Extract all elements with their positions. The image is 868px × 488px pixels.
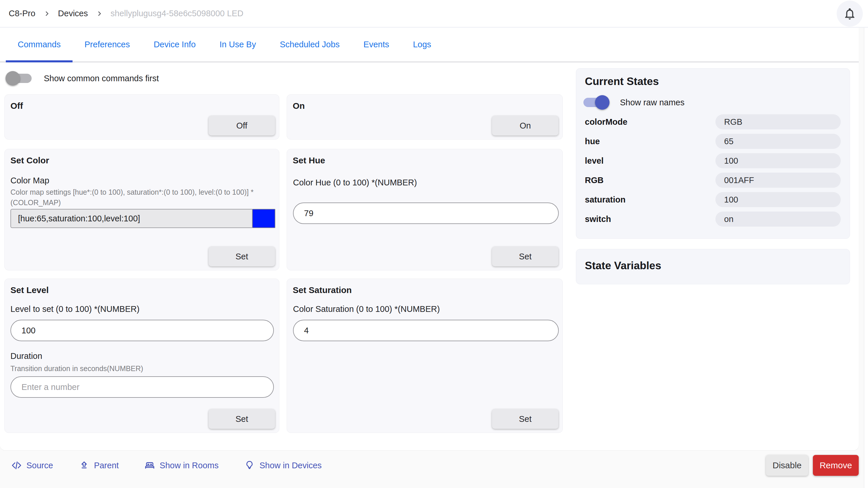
show-in-rooms-label: Show in Rooms [160,461,218,470]
parent-link[interactable]: Parent [79,460,119,471]
current-states-title: Current States [585,75,659,88]
state-value: 100 [715,192,841,207]
toggle-thumb [595,95,610,110]
level-label: Level to set (0 to 100) *(NUMBER) [10,304,140,314]
lightbulb-icon [244,460,255,471]
bell-icon [843,7,857,21]
command-card-set-saturation: Set Saturation Color Saturation (0 to 10… [287,278,563,433]
on-command-button[interactable]: On [492,116,558,135]
show-in-devices-label: Show in Devices [259,461,321,470]
card-title: On [293,101,305,111]
bed-icon [144,460,155,471]
duration-input[interactable] [10,376,274,398]
tab-logs[interactable]: Logs [401,28,443,62]
set-hue-button[interactable]: Set [492,247,558,266]
command-card-set-level: Set Level Level to set (0 to 100) *(NUMB… [4,278,279,433]
set-saturation-button[interactable]: Set [492,409,558,429]
color-hue-input[interactable] [293,203,559,224]
show-in-rooms-link[interactable]: Show in Rooms [144,460,218,471]
state-name: hue [585,136,715,146]
app-header: C8-Pro Devices shellyplugusg4-58e6c50980… [0,0,868,28]
saturation-label: Color Saturation (0 to 100) *(NUMBER) [293,304,440,314]
footer-links: Source Parent Show in Rooms Show in De [11,457,322,474]
state-value: 65 [715,134,841,149]
current-states-card: Current States Show raw names colorMode … [576,68,850,239]
state-row: switch on [585,212,841,226]
card-title: Set Color [10,155,49,165]
command-card-set-color: Set Color Color Map Color map settings [… [4,149,279,270]
raw-names-toggle-label: Show raw names [620,98,684,108]
state-name: colorMode [585,117,715,127]
arrow-up-parent-icon [79,460,90,471]
color-map-input-row [10,209,275,228]
common-commands-toggle-row: Show common commands first [7,70,159,87]
state-row: hue 65 [585,134,841,149]
tab-scheduled-jobs[interactable]: Scheduled Jobs [268,28,351,62]
set-level-button[interactable]: Set [209,409,275,429]
level-input[interactable] [10,320,274,341]
breadcrumb-device-name: shellyplugusg4-58e6c5098000 LED [111,9,243,18]
tab-preferences[interactable]: Preferences [72,28,142,62]
device-detail-page: C8-Pro Devices shellyplugusg4-58e6c50980… [0,0,868,488]
state-name: saturation [585,195,715,205]
duration-helper: Transition duration in seconds(NUMBER) [10,363,143,374]
state-value: 001AFF [715,173,841,188]
state-row: RGB 001AFF [585,173,841,188]
state-value: 100 [715,153,841,168]
parent-link-label: Parent [94,461,119,470]
tab-device-info[interactable]: Device Info [142,28,208,62]
state-variables-card: State Variables [576,249,850,284]
set-color-button[interactable]: Set [209,247,275,266]
color-hue-label: Color Hue (0 to 100) *(NUMBER) [293,178,417,187]
card-title: Set Level [10,285,49,295]
remove-button[interactable]: Remove [813,455,859,476]
command-card-on: On On [287,94,563,140]
state-variables-title: State Variables [585,260,661,272]
main-panel: Commands Preferences Device Info In Use … [0,28,859,450]
card-title: Set Saturation [293,285,351,295]
chevron-right-icon [95,10,103,18]
show-raw-names-toggle[interactable] [583,95,608,110]
command-card-off: Off Off [4,94,279,140]
state-name: switch [585,214,715,224]
breadcrumb-hub[interactable]: C8-Pro [9,9,35,18]
color-map-input[interactable] [10,209,252,228]
duration-label: Duration [10,352,42,361]
card-title: Off [10,101,23,111]
show-in-devices-link[interactable]: Show in Devices [244,460,321,471]
disable-button[interactable]: Disable [766,455,808,476]
source-link[interactable]: Source [11,460,53,471]
off-command-button[interactable]: Off [209,116,275,135]
raw-names-toggle-row: Show raw names [583,95,684,110]
breadcrumb: C8-Pro Devices shellyplugusg4-58e6c50980… [0,9,243,18]
tab-in-use-by[interactable]: In Use By [208,28,268,62]
breadcrumb-devices[interactable]: Devices [58,9,88,18]
tab-commands[interactable]: Commands [6,28,72,62]
scrollbar-track[interactable] [864,28,868,488]
state-row: saturation 100 [585,192,841,207]
state-value: RGB [715,114,841,129]
card-title: Set Hue [293,155,325,165]
color-swatch[interactable] [252,209,275,228]
code-icon [11,460,22,471]
color-map-helper: Color map settings [hue*:(0 to 100), sat… [10,187,269,208]
toggle-thumb [5,71,20,86]
state-name: RGB [585,176,715,185]
tab-events[interactable]: Events [351,28,401,62]
state-row: colorMode RGB [585,114,841,129]
command-card-set-hue: Set Hue Color Hue (0 to 100) *(NUMBER) S… [287,149,563,270]
color-map-label: Color Map [10,176,49,185]
tab-bar: Commands Preferences Device Info In Use … [0,28,859,62]
source-link-label: Source [26,461,53,470]
state-name: level [585,156,715,166]
state-value: on [715,212,841,226]
common-commands-toggle[interactable] [7,71,32,86]
chevron-right-icon [43,10,51,18]
saturation-input[interactable] [293,320,559,341]
notifications-button[interactable] [837,1,863,27]
common-commands-toggle-label: Show common commands first [44,74,159,83]
current-states-list: colorMode RGB hue 65 level 100 RGB 001AF… [585,114,841,231]
state-row: level 100 [585,153,841,168]
